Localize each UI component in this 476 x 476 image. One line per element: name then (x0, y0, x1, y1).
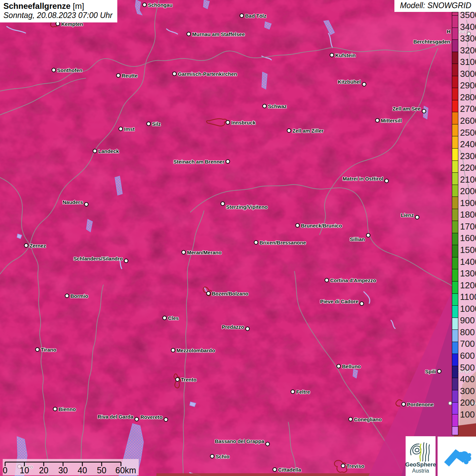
colorbar-segment (452, 366, 458, 378)
colorbar-tick-label: 2800 (460, 92, 476, 102)
colorbar-tick-label: 1900 (460, 198, 476, 208)
colorbar-segment (452, 305, 458, 318)
colorbar-tick-label: 2600 (460, 115, 476, 126)
colorbar-segment (452, 257, 458, 269)
colorbar-segment (452, 100, 458, 112)
distance-scalebar: 0102030405060km (3, 459, 139, 475)
colorbar-segment (452, 160, 458, 173)
scalebar-tick-label: 20 (39, 465, 49, 475)
colorbar-segment (452, 124, 458, 136)
scalebar-tick-label: 50 (97, 465, 106, 475)
colorbar-segment (452, 112, 458, 124)
colorbar-segment (452, 136, 458, 148)
geosphere-logo-country: Austria (412, 468, 429, 474)
colorbar-tick-label: 400 (460, 374, 475, 385)
colorbar-tick-label: 2100 (460, 174, 476, 185)
colorbar-tick-label: 1000 (460, 303, 476, 314)
colorbar-segment (452, 52, 458, 64)
geosphere-logo-box: GeoSphere Austria (406, 436, 436, 476)
colorbar-tick-label: 1700 (460, 221, 476, 232)
colorbar-tick-label: 2900 (460, 80, 476, 91)
colorbar-segment (452, 390, 458, 402)
colorbar-segment (452, 414, 458, 426)
scalebar-tick-label: 10 (20, 465, 29, 475)
colorbar-segment (452, 148, 458, 160)
colorbar-segment (452, 329, 458, 342)
map-datetime: Sonntag, 20.08.2023 07:00 Uhr (3, 11, 113, 20)
weather-map-app: SchongauBad TölzKemptenMurnau am Staffel… (0, 0, 476, 476)
colorbar-tick-label: 2000 (460, 186, 476, 197)
geosphere-contour-icon (408, 441, 433, 462)
colorbar-tick-label: 600 (460, 350, 475, 361)
colorbar-segment (452, 342, 458, 354)
colorbar-segment (452, 15, 458, 28)
colorbar-segment (452, 354, 458, 366)
colorbar-segment (452, 12, 458, 15)
colorbar-segment (452, 28, 458, 40)
colorbar-segment (452, 64, 458, 76)
mountain-cloud-icon (441, 440, 473, 473)
colorbar-segment (452, 402, 458, 414)
colorbar-segment (452, 39, 458, 52)
colorbar-tick-label: 1800 (460, 209, 476, 220)
colorbar-segment (452, 269, 458, 281)
colorbar-tick-label: 2200 (460, 163, 476, 173)
colorbar-tick-label: 300 (460, 386, 475, 396)
colorbar-segment (452, 245, 458, 257)
colorbar-segment (452, 197, 458, 209)
hidden-label-layer: Hlleinbergoipo (0, 0, 476, 476)
scalebar-end-label: 60km (115, 465, 136, 475)
colorbar-segment (452, 318, 458, 330)
colorbar-tick-label: 1300 (460, 268, 476, 279)
scalebar-tick-label: 40 (78, 465, 87, 475)
colorbar-segment (452, 281, 458, 293)
colorbar-tick-label: 1600 (460, 233, 476, 243)
map-variable-name: Schneefallgrenze (3, 1, 70, 11)
colorbar-tick-label: 1500 (460, 245, 476, 255)
colorbar-tick-label: 3100 (460, 57, 476, 67)
colorbar-tick-label: 1100 (460, 292, 476, 302)
page-title: Schneefallgrenze [m] (3, 1, 113, 11)
colorbar-segment (452, 185, 458, 197)
colorbar-tick-label: 500 (460, 362, 475, 373)
map-variable-unit: [m] (70, 1, 84, 11)
colorbar-segment (452, 88, 458, 100)
scalebar-tick-label: 30 (58, 465, 68, 475)
colorbar-segment (452, 293, 458, 306)
colorbar-tick-label: 1400 (460, 256, 476, 267)
colorbar-tick-label: 2300 (460, 151, 476, 161)
model-label: Modell: SNOWGRID (394, 0, 476, 12)
partial-city-label: H (447, 29, 451, 34)
colorbar-tick-label: 3300 (460, 33, 476, 44)
colorbar-tick-label: 1200 (460, 280, 476, 290)
colorbar-segment (452, 209, 458, 221)
scalebar-tick-label: 0 (3, 465, 7, 475)
colorbar-tick-label: 800 (460, 327, 475, 337)
colorbar-segment (452, 172, 458, 185)
colorbar-tick-label: 3200 (460, 45, 476, 55)
colorbar-tick-label: 3000 (460, 68, 476, 79)
colorbar-tick-label: 2400 (460, 139, 476, 150)
colorbar-tick-label: 3400 (460, 21, 476, 32)
colorbar-segment (452, 76, 458, 88)
colorbar-tick-label: 200 (460, 397, 475, 408)
title-box: Schneefallgrenze [m] Sonntag, 20.08.2023… (0, 0, 117, 22)
colorbar-tick-label: 100 (460, 409, 475, 420)
colorbar-segment (452, 378, 458, 390)
colorbar-tick-label: 700 (460, 339, 475, 349)
colorbar (452, 12, 458, 435)
colorbar-tick-label: 2500 (460, 127, 476, 138)
colorbar-segment (452, 426, 458, 435)
geosphere-logo-name: GeoSphere (405, 462, 436, 468)
colorbar-tick-label: 900 (460, 315, 475, 326)
colorbar-tick-label: 2700 (460, 104, 476, 114)
colorbar-segment (452, 221, 458, 233)
colorbar-segment (452, 233, 458, 245)
snowgrid-logo-box (438, 437, 476, 476)
